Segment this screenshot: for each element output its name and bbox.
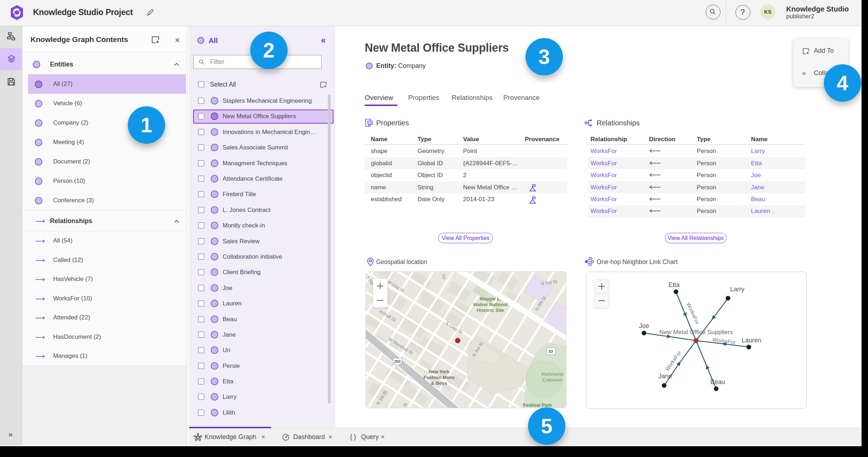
svg-text:Lauren: Lauren xyxy=(742,337,761,344)
svg-text:Fashion Mens: Fashion Mens xyxy=(424,375,455,380)
svg-text:Maggie L.: Maggie L. xyxy=(480,296,501,301)
svg-text:Walker National: Walker National xyxy=(473,302,508,307)
svg-text:250: 250 xyxy=(394,359,401,364)
svg-text:Beau: Beau xyxy=(710,378,725,386)
svg-text:Larry: Larry xyxy=(730,286,745,293)
svg-text:& Boys: & Boys xyxy=(431,380,447,386)
svg-text:Festival Park: Festival Park xyxy=(523,402,552,408)
svg-text:WorksFor: WorksFor xyxy=(664,350,682,372)
svg-text:Joe: Joe xyxy=(639,322,649,329)
svg-text:Historic Site: Historic Site xyxy=(477,308,504,313)
svg-text:Coliseum: Coliseum xyxy=(542,377,563,383)
svg-text:New Metal Office Suppliers: New Metal Office Suppliers xyxy=(659,329,733,336)
svg-text:Etta: Etta xyxy=(668,281,680,288)
svg-text:Jane: Jane xyxy=(658,373,672,380)
svg-text:33: 33 xyxy=(549,349,553,354)
svg-text:New York: New York xyxy=(429,369,450,374)
svg-text:Richmond: Richmond xyxy=(542,371,564,377)
